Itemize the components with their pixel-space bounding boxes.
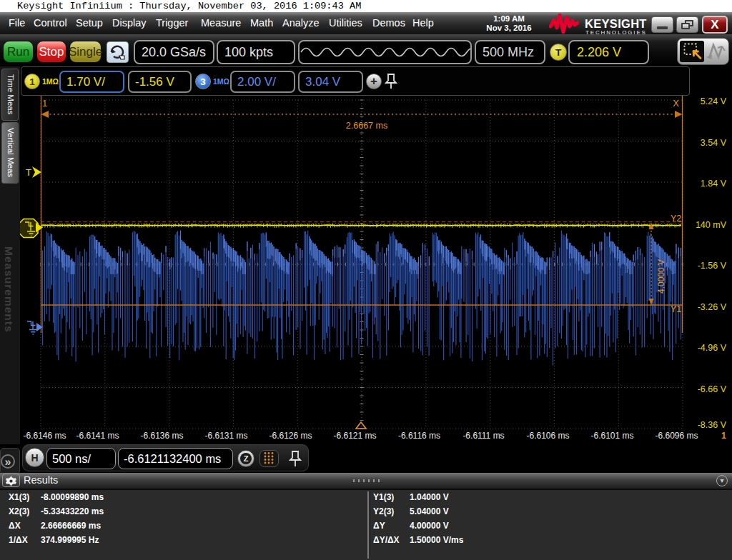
svg-text:1: 1: [721, 431, 726, 441]
svg-text:-6.6136 ms: -6.6136 ms: [140, 431, 183, 441]
svg-text:-1.56 V: -1.56 V: [698, 261, 727, 271]
svg-text:140 mV: 140 mV: [696, 220, 727, 230]
svg-text:T: T: [26, 167, 31, 178]
svg-text:4.0000 V: 4.0000 V: [656, 259, 666, 294]
svg-text:-6.6106 ms: -6.6106 ms: [526, 431, 569, 441]
svg-text:-6.6141 ms: -6.6141 ms: [76, 431, 119, 441]
svg-text:-4.96 V: -4.96 V: [698, 343, 727, 353]
svg-text:-6.6111 ms: -6.6111 ms: [463, 431, 504, 441]
svg-text:-6.6121 ms: -6.6121 ms: [333, 431, 376, 441]
svg-text:-3.26 V: -3.26 V: [698, 302, 727, 312]
svg-text:2.6667 ms: 2.6667 ms: [346, 121, 387, 131]
svg-text:-6.6126 ms: -6.6126 ms: [269, 431, 312, 441]
svg-text:-6.6146 ms: -6.6146 ms: [23, 431, 66, 441]
svg-text:-8.36 V: -8.36 V: [698, 420, 727, 430]
svg-text:-6.6131 ms: -6.6131 ms: [204, 431, 247, 441]
svg-text:-6.66 V: -6.66 V: [698, 384, 727, 394]
svg-text:1: 1: [42, 98, 47, 109]
svg-text:Y2: Y2: [671, 214, 681, 224]
svg-text:-6.6116 ms: -6.6116 ms: [398, 431, 440, 441]
svg-text:5.24 V: 5.24 V: [701, 96, 727, 106]
svg-text:1.84 V: 1.84 V: [701, 179, 727, 189]
svg-text:-6.6101 ms: -6.6101 ms: [590, 431, 633, 441]
svg-text:3.54 V: 3.54 V: [701, 138, 727, 148]
svg-text:-6.6096 ms: -6.6096 ms: [655, 431, 698, 441]
svg-text:X: X: [673, 98, 679, 109]
svg-text:Y1: Y1: [671, 304, 681, 314]
